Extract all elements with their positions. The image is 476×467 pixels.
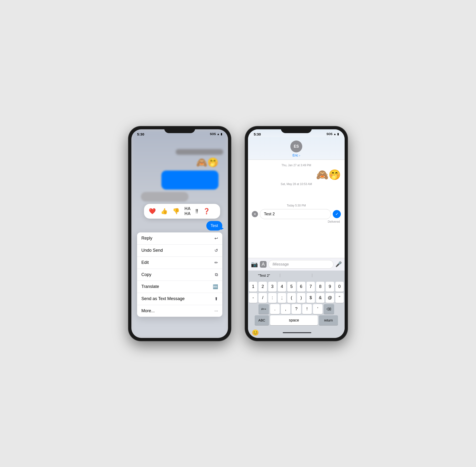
key-question[interactable]: ?	[291, 304, 301, 314]
undo-send-icon: ↺	[214, 248, 218, 253]
key-openparen[interactable]: (	[287, 293, 296, 303]
autocomplete-item-1[interactable]: "Test 2"	[248, 272, 280, 278]
key-6[interactable]: 6	[297, 282, 305, 292]
wifi-icon-right: ▲	[333, 132, 336, 136]
keyboard: 1 2 3 4 5 6 7 8 9 0 - / : ; (	[248, 280, 345, 327]
key-comma[interactable]: ,	[281, 304, 290, 314]
key-space[interactable]: space	[270, 315, 318, 325]
message-row: ✕ Test 2 ✓	[252, 209, 341, 219]
menu-label-send-text: Send as Text Message	[141, 296, 185, 301]
timestamp-3: Today 5:30 PM	[252, 204, 341, 207]
menu-item-copy[interactable]: Copy ⧉	[137, 269, 222, 281]
reaction-thumbsdown[interactable]: 👎	[173, 208, 180, 215]
status-icons-left: SOS ▲ ▮	[210, 132, 222, 136]
key-8[interactable]: 8	[316, 282, 324, 292]
key-return[interactable]: return	[319, 315, 338, 325]
reaction-bar: ❤️ 👍 👎 HAHA ‼️ ❓	[144, 204, 220, 219]
more-icon: ···	[214, 308, 218, 313]
spacer	[252, 188, 341, 202]
cancel-button[interactable]: ✕	[252, 211, 258, 217]
contact-name[interactable]: Eric ›	[248, 153, 345, 157]
menu-label-edit: Edit	[141, 260, 149, 265]
menu-item-undo-send[interactable]: Undo Send ↺	[137, 245, 222, 257]
autocomplete-item-3	[313, 272, 345, 278]
reaction-heart[interactable]: ❤️	[149, 208, 156, 215]
key-2[interactable]: 2	[259, 282, 267, 292]
edit-icon: ✏	[214, 260, 218, 265]
emoji-keyboard-button[interactable]: 😊	[252, 329, 259, 336]
key-period[interactable]: .	[270, 304, 280, 314]
menu-label-copy: Copy	[141, 272, 151, 277]
key-dash[interactable]: -	[249, 293, 257, 303]
notch-right	[281, 127, 312, 133]
key-closeparen[interactable]: )	[297, 293, 305, 303]
home-indicator	[283, 332, 311, 333]
send-text-icon: ⬆	[214, 296, 218, 301]
key-exclamation[interactable]: !	[302, 304, 312, 314]
menu-item-send-text[interactable]: Send as Text Message ⬆	[137, 293, 222, 305]
right-layout: 5:30 SOS ▲ ▮ ES Eric ›	[248, 129, 345, 338]
test-bubble[interactable]: Test	[206, 221, 222, 231]
avatar-initials: ES	[294, 144, 299, 149]
menu-item-reply[interactable]: Reply ↩	[137, 233, 222, 245]
bottom-bar: 😊	[248, 327, 345, 338]
key-0[interactable]: 0	[335, 282, 344, 292]
left-phone: 5:30 SOS ▲ ▮ 🙈🤭	[128, 127, 231, 341]
menu-item-edit[interactable]: Edit ✏	[137, 257, 222, 269]
gray-bubble-bg	[136, 192, 223, 201]
autocomplete-bar: "Test 2"	[248, 271, 345, 280]
reply-icon: ↩	[214, 236, 218, 241]
key-ampersand[interactable]: &	[316, 293, 324, 303]
key-abc[interactable]: ABC	[255, 315, 269, 325]
menu-item-more[interactable]: More... ···	[137, 305, 222, 317]
emoji-row-bg: 🙈🤭	[136, 157, 223, 168]
menu-label-undo-send: Undo Send	[141, 248, 163, 253]
reaction-haha[interactable]: HAHA	[185, 206, 191, 216]
keyboard-row-2: - / : ; ( ) $ & @ "	[249, 293, 344, 303]
translate-icon: 🔤	[213, 284, 218, 289]
reaction-thumbsup[interactable]: 👍	[161, 208, 168, 215]
key-numpad-toggle[interactable]: #+=	[259, 304, 269, 314]
key-slash[interactable]: /	[259, 293, 267, 303]
delivered-label: Delivered	[252, 220, 341, 223]
keyboard-row-3: #+= . , ? ! ' ⌫	[249, 304, 344, 314]
reaction-exclaim[interactable]: ‼️	[195, 208, 198, 215]
imessage-input[interactable]: iMessage	[268, 260, 333, 269]
send-button[interactable]: ✓	[333, 210, 341, 218]
camera-icon[interactable]: 📷	[251, 261, 258, 268]
timestamp-1: Thu, Jan 27 at 3:49 PM	[252, 164, 341, 167]
key-3[interactable]: 3	[268, 282, 276, 292]
key-dollar[interactable]: $	[307, 293, 315, 303]
key-7[interactable]: 7	[307, 282, 315, 292]
reaction-question[interactable]: ❓	[203, 208, 210, 215]
battery-icon-left: ▮	[221, 132, 222, 136]
message-bubble[interactable]: Test 2	[260, 209, 331, 219]
delete-key[interactable]: ⌫	[324, 304, 334, 314]
sos-label-right: SOS	[326, 132, 332, 136]
time-left: 5:30	[137, 132, 144, 136]
messages-scroll: Thu, Jan 27 at 3:49 PM 🙈🤭 Sat, May 28 at…	[248, 160, 345, 258]
key-quote[interactable]: "	[335, 293, 344, 303]
menu-label-more: More...	[141, 308, 155, 313]
key-1[interactable]: 1	[249, 282, 257, 292]
apps-icon[interactable]: A	[260, 261, 267, 268]
context-menu: Reply ↩ Undo Send ↺ Edit ✏ Copy ⧉ Transl…	[137, 233, 222, 317]
sos-label-left: SOS	[210, 132, 216, 136]
menu-item-translate[interactable]: Translate 🔤	[137, 281, 222, 293]
status-icons-right: SOS ▲ ▮	[326, 132, 339, 136]
key-apostrophe[interactable]: '	[313, 304, 323, 314]
key-semicolon[interactable]: ;	[278, 293, 286, 303]
input-bar: 📷 A iMessage 🎤	[248, 258, 345, 271]
key-colon[interactable]: :	[268, 293, 276, 303]
mic-icon[interactable]: 🎤	[335, 261, 342, 267]
blue-bubble-bg	[136, 170, 223, 190]
key-9[interactable]: 9	[326, 282, 334, 292]
key-at[interactable]: @	[326, 293, 334, 303]
menu-label-reply: Reply	[141, 236, 152, 241]
key-5[interactable]: 5	[287, 282, 296, 292]
key-4[interactable]: 4	[278, 282, 286, 292]
test-bubble-area: Test	[131, 221, 228, 231]
bg-bubble-1	[176, 149, 223, 155]
left-content: 5:30 SOS ▲ ▮ 🙈🤭	[131, 129, 228, 338]
emoji-message-1: 🙈🤭	[252, 169, 341, 181]
